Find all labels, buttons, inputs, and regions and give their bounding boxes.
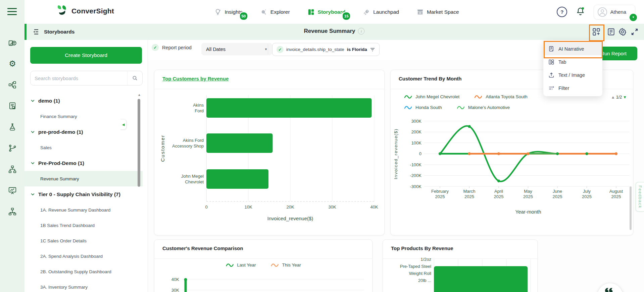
settings-gear-icon[interactable]: ⚙ (8, 59, 17, 68)
storyboard-group[interactable]: demo (1) (24, 93, 143, 109)
storyboard-item[interactable]: 1B Sales Trend Dashboard (24, 218, 143, 233)
svg-text:2025: 2025 (582, 194, 592, 199)
svg-text:May: May (524, 189, 532, 194)
page-title-wrap: Revenue Summary i (304, 28, 364, 35)
chevron-down-icon (31, 99, 35, 103)
chevron-down-icon: ▼ (264, 48, 267, 51)
primary-nav: Insights 50 Explorer Storyboard 15 Launc… (186, 0, 488, 24)
lightbulb-icon (214, 8, 221, 16)
search-input[interactable] (31, 75, 127, 81)
topbar-right-cluster: ? Athena ▼ (557, 0, 635, 24)
help-icon[interactable]: ? (557, 7, 567, 17)
storyboard-group[interactable]: Pre-Prod-Demo (1) (24, 155, 143, 171)
top-customers-bar-chart[interactable]: 010K20K30K40KAkinsFordAkins FordAccessor… (154, 70, 384, 235)
svg-text:August: August (609, 189, 623, 194)
insights-board-icon[interactable] (8, 38, 17, 47)
svg-text:Weight Roll: Weight Roll (409, 271, 431, 276)
storyboard-item[interactable]: 1A. Revenue Summary Dashboard (24, 202, 143, 218)
svg-text:John Megel: John Megel (181, 174, 204, 179)
storyboard-item[interactable]: Revenue Summary (24, 171, 143, 186)
storyboard-search-box (30, 71, 143, 85)
page-title: Revenue Summary (304, 28, 355, 35)
feedback-label: Feedback (638, 185, 642, 209)
top-products-bar-chart[interactable]: 1/2ozPre-Taped SteelWeight Roll20lb ... (383, 240, 537, 292)
svg-text:40K: 40K (171, 277, 179, 282)
svg-text:30K: 30K (171, 288, 179, 292)
hamburger-menu-icon[interactable] (7, 8, 17, 17)
filter-field: invoice_details.ship_to_state (286, 47, 344, 52)
svg-text:March: March (463, 189, 475, 194)
storyboard-grid-icon (307, 8, 315, 16)
storyboard-item[interactable]: 2B. Outstanding Supply Dashboard (24, 264, 143, 279)
check-icon[interactable]: ✓ (152, 44, 159, 51)
menu-item-tab[interactable]: Tab (543, 55, 602, 68)
chevron-down-icon[interactable]: ▼ (629, 13, 638, 22)
chevron-down-icon (31, 130, 35, 134)
user-menu[interactable]: Athena ▼ (594, 5, 635, 19)
conversight-chat-icon (603, 287, 617, 292)
flow-icon[interactable] (8, 80, 17, 89)
storyboard-group[interactable]: Tier 0 - Supply Chain Visibility (7) (24, 186, 143, 202)
period-value: All Dates (206, 47, 226, 52)
narrative-notes-icon[interactable] (607, 27, 615, 36)
nav-insights[interactable]: Insights 50 (214, 8, 242, 16)
filter-funnel-icon[interactable] (370, 47, 375, 52)
presentation-chart-icon[interactable] (8, 186, 17, 195)
svg-text:July: July (583, 189, 591, 194)
notifications-bell-icon[interactable] (576, 7, 585, 17)
info-icon[interactable]: i (358, 28, 365, 35)
svg-text:2025: 2025 (611, 194, 621, 199)
nav-market-space[interactable]: Market Space (416, 8, 459, 16)
storefront-icon (416, 8, 424, 16)
storyboard-item[interactable]: Sales (24, 140, 143, 155)
collapse-panel-icon (32, 28, 40, 36)
sidebar-scrollbar[interactable] (138, 99, 140, 187)
storyboard-item[interactable]: 3A. Inventory Summary (24, 279, 143, 292)
collapse-sidebar-handle[interactable]: ◀ (120, 119, 127, 130)
scroll-up-arrow[interactable]: ▲ (138, 93, 141, 97)
menu-item-label: AI Narrative (558, 46, 584, 52)
storyboard-item[interactable]: 2A. Spend Analysis Dashboard (24, 248, 143, 264)
svg-text:Akins Ford: Akins Ford (183, 138, 204, 143)
svg-text:Pre-Taped Steel: Pre-Taped Steel (400, 264, 431, 269)
lab-flask-icon[interactable] (8, 123, 17, 131)
nav-explorer[interactable]: Explorer (260, 8, 290, 16)
storyboard-badge: 15 (342, 12, 351, 20)
svg-text:Year-month: Year-month (515, 209, 541, 215)
filter-sliders-icon (548, 85, 555, 92)
sitemap-icon[interactable] (8, 165, 17, 174)
storyboards-panel-toggle[interactable]: Storyboards (32, 28, 75, 36)
svg-text:Invoiced_revenue($): Invoiced_revenue($) (393, 128, 398, 179)
menu-item-label: Tab (558, 59, 566, 65)
create-storyboard-button[interactable]: Create Storyboard (30, 47, 142, 64)
menu-item-label: Filter (558, 85, 569, 91)
search-icon[interactable] (127, 71, 142, 85)
left-icon-rail: ⚙ (0, 0, 24, 292)
storyboard-item[interactable]: 1C Sales Order Details (24, 233, 143, 248)
feedback-tab[interactable]: Feedback (636, 182, 644, 212)
settings-gear-icon[interactable] (618, 27, 627, 36)
menu-item-filter[interactable]: Filter (543, 81, 602, 95)
nav-launchpad[interactable]: Launchpad (363, 8, 399, 16)
expand-icon[interactable] (630, 27, 639, 36)
add-widget-icon[interactable] (592, 27, 601, 36)
period-select[interactable]: All Dates ▼ (201, 43, 272, 55)
state-filter-chip[interactable]: ✓ invoice_details.ship_to_state is Flori… (272, 43, 380, 56)
nav-storyboard[interactable]: Storyboard 15 (307, 8, 346, 16)
git-branch-icon[interactable] (8, 144, 17, 153)
report-search-icon[interactable] (8, 102, 17, 110)
main-scrollbar[interactable] (630, 186, 632, 230)
conversight-app: ⚙ ConverSight Insigh (0, 0, 644, 292)
conversight-logo[interactable]: ConverSight (55, 5, 114, 17)
hierarchy-icon[interactable] (8, 207, 17, 216)
storyboards-sidebar: Create Storyboard demo (1)Finance Summar… (24, 40, 148, 292)
top-products-card: Top Products By Revenue 1/2ozPre-Taped S… (383, 239, 538, 292)
svg-text:Customer: Customer (160, 134, 165, 162)
upload-image-icon (548, 72, 555, 78)
top-navbar: ConverSight Insights 50 Explorer Storybo… (24, 0, 644, 24)
revenue-comparison-card: Customer's Revenue Comparison Last YearT… (154, 239, 373, 292)
revenue-comparison-chart[interactable]: 40K30K (154, 240, 372, 292)
menu-item-text-image[interactable]: Text / Image (543, 68, 602, 81)
svg-text:Accessory Shop: Accessory Shop (172, 143, 204, 149)
menu-item-ai-narrative[interactable]: AI Narrative (543, 42, 602, 55)
